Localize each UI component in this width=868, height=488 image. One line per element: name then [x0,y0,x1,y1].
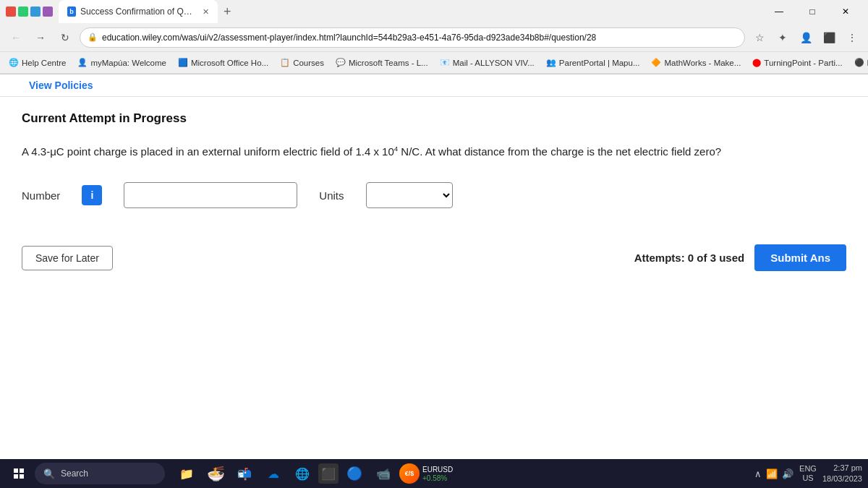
search-icon: 🔍 [43,468,55,479]
units-label: Units [319,189,344,202]
bookmark-mymapua[interactable]: 👤 myMapúa: Welcome [75,56,169,69]
language-indicator[interactable]: ENG US [799,464,817,483]
url-text: education.wiley.com/was/ui/v2/assessment… [102,33,737,43]
number-label: Number [22,189,60,202]
taskbar-app-food[interactable]: 🍜 [203,461,229,487]
menu-button[interactable]: ⋮ [842,27,862,48]
profile-button[interactable]: 👤 [796,27,816,48]
eurusd-icon: €/$ [399,463,420,484]
bookmark-ms-teams[interactable]: 💬 Microsoft Teams - L... [333,56,431,69]
eurusd-widget[interactable]: €/$ EURUSD +0.58% [399,463,453,484]
content-area: Current Attempt in Progress A 4.3-μC poi… [0,97,868,293]
taskbar-app-file-explorer[interactable]: 📁 [174,461,200,487]
taskbar-apps: 📁 🍜 📬 ☁ 🌐 ⬛ 🔵 📹 [174,461,396,487]
bookmark-star-button[interactable]: ☆ [749,27,770,48]
wifi-icon[interactable]: 📶 [766,468,778,479]
minimize-button[interactable]: — [762,0,796,23]
bookmarks-bar: 🌐 Help Centre 👤 myMapúa: Welcome 🟦 Micro… [0,52,868,74]
extensions-button[interactable]: ⬛ [819,27,839,48]
taskbar-app-chrome[interactable]: 🔵 [341,461,367,487]
attempts-area: Attempts: 0 of 3 used Submit Ans [634,244,846,271]
tab-title: Success Confirmation of Questio... [80,7,195,17]
taskbar-app-edge[interactable]: 🌐 [289,461,315,487]
back-button[interactable]: ← [6,27,26,48]
number-input[interactable] [124,182,297,208]
current-attempt-heading: Current Attempt in Progress [22,111,846,126]
nav-extra-button[interactable]: ✦ [773,27,793,48]
taskbar-app-box[interactable]: ⬛ [318,463,339,484]
chevron-up-icon[interactable]: ∧ [754,468,762,479]
taskbar-system-icons: ∧ 📶 🔊 [754,468,793,479]
new-tab-button[interactable]: + [224,4,231,20]
start-button[interactable] [6,461,32,487]
bookmark-github[interactable]: ⚫ Explore GitHub [851,56,868,69]
view-policies-link[interactable]: View Policies [14,74,107,97]
save-for-later-button[interactable]: Save for Later [22,246,113,270]
taskbar-search[interactable]: 🔍 Search [35,463,165,484]
window-controls: — □ ✕ [762,0,862,23]
bookmark-turningpoint[interactable]: ⬤ TurningPoint - Parti... [749,56,845,69]
bookmark-help-centre[interactable]: 🌐 Help Centre [6,56,69,69]
lock-icon: 🔒 [88,33,98,42]
refresh-button[interactable]: ↻ [55,27,75,48]
tab-favicon: b [67,7,76,17]
question-text: A 4.3-μC point charge is placed in an ex… [22,143,846,160]
address-bar[interactable]: 🔒 education.wiley.com/was/ui/v2/assessme… [80,27,745,48]
bottom-row: Save for Later Attempts: 0 of 3 used Sub… [22,237,846,278]
taskbar: 🔍 Search 📁 🍜 📬 ☁ 🌐 ⬛ 🔵 📹 €/$ EURUSD +0.5… [0,459,868,488]
answer-row: Number i Units m cm mm km [22,182,846,208]
taskbar-app-meet[interactable]: 📹 [370,461,396,487]
search-taskbar-text: Search [61,468,88,479]
maximize-button[interactable]: □ [796,0,829,23]
clock[interactable]: 2:37 pm 18/03/2023 [822,463,862,485]
windows-logo-icon [14,468,24,479]
submit-answer-button[interactable]: Submit Ans [754,244,846,271]
bookmark-courses[interactable]: 📋 Courses [277,56,327,69]
bookmark-mathworks[interactable]: 🔶 MathWorks - Make... [648,56,744,69]
attempts-count: Attempts: 0 of 3 used [634,252,745,264]
taskbar-app-mail[interactable]: 📬 [231,461,258,487]
bookmark-mail[interactable]: 📧 Mail - ALLYSON VIV... [437,56,537,69]
browser-tab[interactable]: b Success Confirmation of Questio... ✕ [59,0,218,23]
title-bar: b Success Confirmation of Questio... ✕ +… [0,0,868,23]
bookmark-parentportal[interactable]: 👥 ParentPortal | Mapu... [543,56,643,69]
bookmark-ms-office[interactable]: 🟦 Microsoft Office Ho... [175,56,271,69]
volume-icon[interactable]: 🔊 [782,468,793,479]
nav-icon-group: ☆ ✦ 👤 ⬛ ⋮ [749,27,862,48]
taskbar-app-onedrive[interactable]: ☁ [260,461,286,487]
navigation-bar: ← → ↻ 🔒 education.wiley.com/was/ui/v2/as… [0,23,868,52]
taskbar-right: ∧ 📶 🔊 ENG US 2:37 pm 18/03/2023 [754,463,862,485]
page-content: View Policies Current Attempt in Progres… [0,74,868,293]
info-button[interactable]: i [82,185,102,205]
tab-close-button[interactable]: ✕ [203,7,209,17]
eurusd-info: EURUSD +0.58% [422,465,453,482]
units-select[interactable]: m cm mm km [366,182,453,208]
close-button[interactable]: ✕ [829,0,862,23]
forward-button[interactable]: → [30,27,51,48]
